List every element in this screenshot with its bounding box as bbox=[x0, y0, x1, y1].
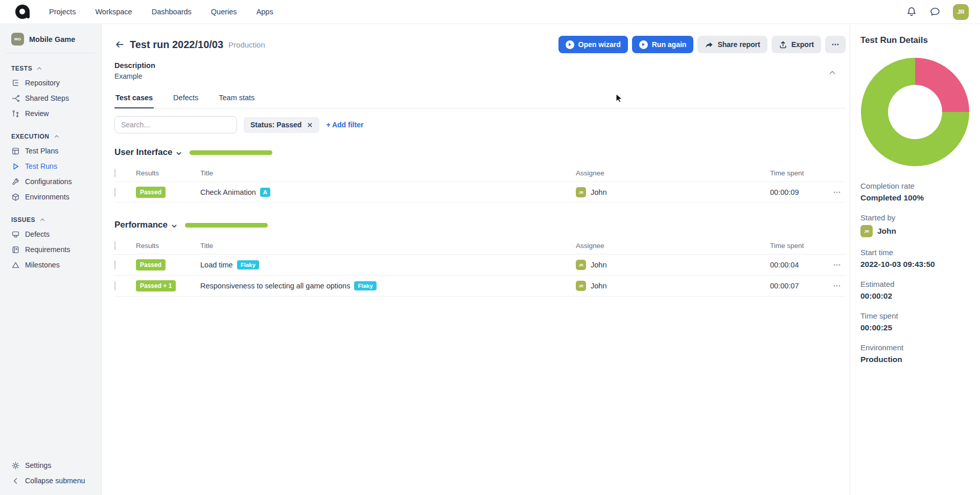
table-row[interactable]: Passed + 1 Responsiveness to selecting a… bbox=[114, 276, 846, 297]
suite-progress-bar bbox=[190, 150, 272, 155]
sidebar-item-label: Review bbox=[25, 109, 49, 118]
sidebar-item-label: Configurations bbox=[25, 177, 72, 186]
chevron-up-icon bbox=[54, 133, 60, 140]
assignee-name: John bbox=[591, 188, 606, 196]
suite-header[interactable]: User Interface bbox=[114, 147, 846, 158]
select-all-checkbox[interactable] bbox=[114, 241, 115, 250]
sidebar-item-label: Shared Steps bbox=[25, 94, 69, 102]
sidebar-item-settings[interactable]: Settings bbox=[6, 458, 95, 473]
sidebar-item-repository[interactable]: Repository bbox=[6, 75, 95, 91]
collapse-description-icon[interactable] bbox=[828, 69, 836, 77]
column-time-spent: Time spent bbox=[770, 169, 832, 177]
run-again-button[interactable]: Run again bbox=[632, 36, 694, 53]
status-badge: Passed bbox=[136, 259, 166, 271]
nav-apps[interactable]: Apps bbox=[256, 8, 273, 16]
sidebar-item-milestones[interactable]: Milestones bbox=[6, 257, 95, 273]
export-button[interactable]: Export bbox=[772, 36, 821, 53]
time-spent-value: 00:00:04 bbox=[770, 261, 832, 269]
sidebar-section-execution[interactable]: EXECUTION bbox=[6, 129, 95, 143]
book-icon bbox=[11, 245, 20, 254]
table-row[interactable]: Passed Load time Flaky JR John 00:00:04 bbox=[114, 255, 846, 276]
tab-test-cases[interactable]: Test cases bbox=[114, 89, 154, 108]
tab-defects[interactable]: Defects bbox=[172, 89, 199, 108]
more-actions-button[interactable] bbox=[825, 36, 846, 53]
sidebar-item-defects[interactable]: Defects bbox=[6, 227, 95, 242]
ellipsis-icon bbox=[831, 40, 840, 49]
detail-start-time: Start time 2022-10-03 09:43:50 bbox=[860, 248, 970, 269]
cube-icon bbox=[11, 193, 20, 201]
sidebar-item-label: Collapse submenu bbox=[25, 477, 85, 485]
test-run-details-panel: Test Run Details Completion rate Complet… bbox=[850, 24, 980, 495]
add-filter-button[interactable]: + Add filter bbox=[326, 121, 363, 129]
tab-team-stats[interactable]: Team stats bbox=[218, 89, 255, 108]
nav-queries[interactable]: Queries bbox=[211, 8, 237, 16]
sidebar-section-issues[interactable]: ISSUES bbox=[6, 213, 95, 227]
chevron-down-icon bbox=[175, 150, 182, 157]
project-switcher[interactable]: MG Mobile Game bbox=[6, 32, 95, 46]
detail-completion-rate: Completion rate Completed 100% bbox=[860, 182, 970, 202]
status-badge: Passed bbox=[136, 187, 166, 198]
panel-title: Test Run Details bbox=[860, 35, 970, 46]
chat-bubble-icon[interactable] bbox=[929, 6, 941, 17]
sidebar-section-tests[interactable]: TESTS bbox=[6, 61, 95, 75]
detail-environment: Environment Production bbox=[860, 343, 970, 364]
suite-progress-bar bbox=[185, 223, 268, 228]
case-title[interactable]: Responsiveness to selecting all game opt… bbox=[200, 282, 350, 290]
sidebar-item-requirements[interactable]: Requirements bbox=[6, 242, 95, 257]
column-results: Results bbox=[136, 169, 200, 177]
row-more-icon[interactable] bbox=[832, 281, 842, 290]
description-block: Description Example bbox=[114, 61, 846, 80]
table-header: Results Title Assignee Time spent bbox=[114, 237, 846, 255]
top-nav: Projects Workspace Dashboards Queries Ap… bbox=[49, 8, 273, 16]
share-report-button[interactable]: Share report bbox=[697, 36, 767, 53]
open-wizard-button[interactable]: Open wizard bbox=[558, 36, 628, 53]
case-title[interactable]: Check Animation bbox=[200, 188, 256, 196]
sidebar-item-label: Settings bbox=[25, 461, 51, 469]
gear-icon bbox=[11, 461, 20, 470]
sidebar-item-shared-steps[interactable]: Shared Steps bbox=[6, 91, 95, 106]
suite-header[interactable]: Performance bbox=[114, 220, 846, 230]
row-checkbox[interactable] bbox=[114, 281, 115, 290]
starter-name: John bbox=[877, 227, 896, 236]
description-text: Example bbox=[114, 72, 846, 80]
nav-workspace[interactable]: Workspace bbox=[95, 8, 132, 16]
top-bar: Projects Workspace Dashboards Queries Ap… bbox=[0, 0, 980, 24]
row-checkbox[interactable] bbox=[114, 260, 115, 269]
sidebar-item-environments[interactable]: Environments bbox=[6, 189, 95, 205]
notifications-bell-icon[interactable] bbox=[906, 6, 917, 17]
nav-dashboards[interactable]: Dashboards bbox=[152, 8, 192, 16]
close-icon[interactable] bbox=[307, 122, 313, 128]
row-checkbox[interactable] bbox=[114, 188, 115, 197]
sidebar-item-label: Test Plans bbox=[25, 147, 58, 155]
user-avatar[interactable]: JR bbox=[953, 4, 969, 20]
chevron-up-icon bbox=[39, 217, 45, 223]
sidebar-item-test-plans[interactable]: Test Plans bbox=[6, 143, 95, 159]
share-arrow-icon bbox=[705, 40, 713, 49]
nav-projects[interactable]: Projects bbox=[49, 8, 76, 16]
chevron-down-icon bbox=[171, 222, 178, 230]
back-arrow-icon[interactable] bbox=[114, 39, 125, 50]
column-title: Title bbox=[200, 242, 576, 250]
table-row[interactable]: Passed Check Animation A JR John 00:00:0… bbox=[114, 182, 846, 203]
status-filter-chip[interactable]: Status: Passed bbox=[244, 117, 319, 133]
column-results: Results bbox=[136, 242, 200, 250]
sidebar-collapse-submenu[interactable]: Collapse submenu bbox=[6, 473, 95, 488]
time-spent-value: 00:00:09 bbox=[770, 188, 832, 196]
qase-logo[interactable] bbox=[15, 5, 30, 19]
case-title[interactable]: Load time bbox=[200, 261, 233, 269]
sidebar-item-review[interactable]: Review bbox=[6, 106, 95, 121]
sidebar-item-test-runs[interactable]: Test Runs bbox=[6, 159, 95, 174]
suite-section-performance: Performance Results Title Assignee Time … bbox=[114, 220, 846, 297]
suite-title: User Interface bbox=[114, 147, 172, 158]
sidebar-item-configurations[interactable]: Configurations bbox=[6, 174, 95, 189]
main-content: Test run 2022/10/03 Production Open wiza… bbox=[102, 24, 850, 495]
row-more-icon[interactable] bbox=[832, 188, 842, 197]
branch-icon bbox=[11, 94, 20, 103]
search-input[interactable] bbox=[114, 116, 237, 133]
sidebar-item-label: Environments bbox=[25, 193, 69, 201]
select-all-checkbox[interactable] bbox=[114, 169, 115, 177]
flaky-badge: Flaky bbox=[237, 260, 259, 269]
defect-icon bbox=[11, 230, 20, 239]
sidebar-item-label: Repository bbox=[25, 79, 60, 87]
row-more-icon[interactable] bbox=[832, 260, 842, 269]
